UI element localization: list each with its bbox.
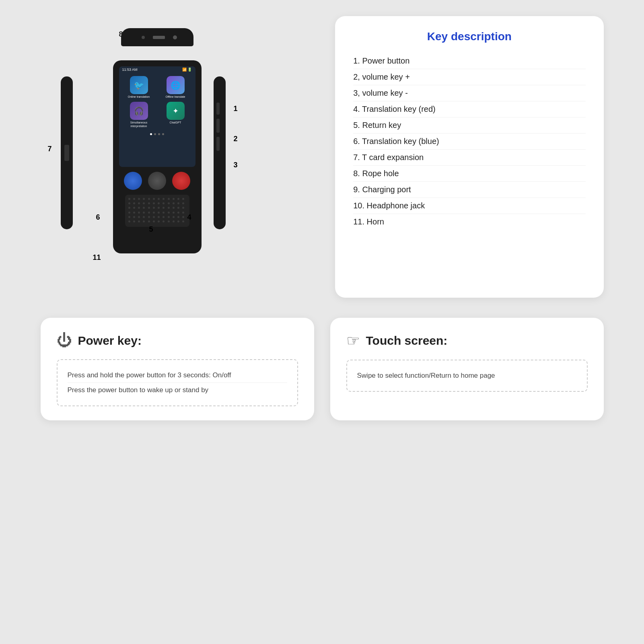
touch-instruction-1: Swipe to select function/Return to home … (357, 368, 577, 383)
label-11: 11 (93, 253, 101, 262)
power-instruction-2: Press the power button to wake up or sta… (68, 383, 287, 397)
list-item: 5. Return key (353, 117, 585, 134)
device-speaker (125, 195, 189, 227)
list-item: 9. Charging port (353, 182, 585, 198)
touch-screen-header: ☞ Touch screen: (346, 332, 588, 350)
device-buttons (124, 172, 190, 190)
top-section: 8 9 10 7 (41, 16, 604, 298)
touch-screen-card: ☞ Touch screen: Swipe to select function… (330, 318, 604, 420)
list-item: 6. Translation key (blue) (353, 134, 585, 150)
device-left-side (61, 76, 73, 229)
device-right-side (214, 76, 226, 229)
label-5: 5 (149, 225, 153, 234)
list-item: 8. Rope hole (353, 166, 585, 182)
list-item: 1. Power button (353, 53, 585, 69)
list-item: 3, volume key - (353, 85, 585, 101)
power-key-card: ⏻ Power key: Press and hold the power bu… (41, 318, 314, 420)
label-4: 4 (187, 213, 191, 222)
list-item: 4. Translation key (red) (353, 101, 585, 117)
list-item: 7. T card expansion (353, 150, 585, 166)
key-description-card: Key description 1. Power button 2, volum… (335, 16, 603, 298)
device-front: 11:53 AM 📶 🔋 🐦 Online translation 🌐 Offl… (113, 60, 202, 253)
label-2: 2 (234, 135, 238, 143)
touch-screen-body: Swipe to select function/Return to home … (346, 360, 588, 392)
device-diagram: 8 9 10 7 (41, 16, 319, 298)
label-3: 3 (234, 161, 238, 169)
list-item: 10. Headphone jack (353, 198, 585, 214)
key-list: 1. Power button 2, volume key + 3, volum… (353, 53, 585, 230)
power-icon: ⏻ (57, 332, 72, 349)
label-1: 1 (234, 105, 238, 113)
device-screen: 11:53 AM 📶 🔋 🐦 Online translation 🌐 Offl… (119, 66, 195, 167)
card-title: Key description (353, 30, 585, 43)
power-instruction-1: Press and hold the power button for 3 se… (68, 368, 287, 383)
power-key-title: Power key: (78, 334, 142, 348)
power-key-body: Press and hold the power button for 3 se… (57, 359, 298, 406)
list-item: 2, volume key + (353, 69, 585, 85)
label-7: 7 (48, 145, 52, 153)
device-top-view (121, 28, 193, 46)
list-item: 11. Horn (353, 214, 585, 230)
bottom-section: ⏻ Power key: Press and hold the power bu… (41, 318, 604, 420)
touch-icon: ☞ (346, 332, 360, 350)
label-6: 6 (96, 213, 100, 222)
touch-screen-title: Touch screen: (366, 334, 448, 348)
power-key-header: ⏻ Power key: (57, 332, 298, 349)
